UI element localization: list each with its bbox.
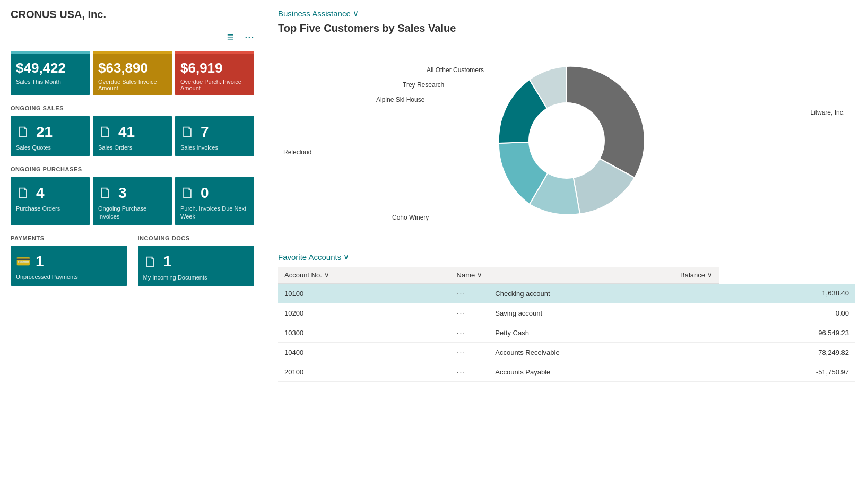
col-balance[interactable]: Balance ∨ [489, 267, 719, 284]
kpi-row: $49,422 Sales This Month $63,890 Overdue… [11, 51, 254, 95]
row-context-menu-button[interactable]: ··· [457, 348, 466, 356]
favorite-accounts-header[interactable]: Favorite Accounts ∨ [278, 252, 855, 262]
balance-cell: 0.00 [719, 303, 855, 323]
ellipsis-icon[interactable]: ··· [245, 30, 254, 44]
table-row[interactable]: 20100···Accounts Payable-51,750.97 [278, 362, 855, 382]
unprocessed-payments-tile[interactable]: 💳 1 Unprocessed Payments [11, 246, 127, 286]
sales-invoices-tile[interactable]: 🗋 7 Sales Invoices [175, 116, 254, 156]
doc-icon-2: 🗋 [98, 123, 113, 141]
label-litware: Litware, Inc. [810, 109, 845, 116]
account-no-cell: 10300 [278, 323, 450, 343]
account-no-cell: 20100 [278, 362, 450, 382]
balance-cell: -51,750.97 [719, 362, 855, 382]
purch-invoices-next-week-count: 0 [201, 185, 209, 202]
kpi-sales-this-month[interactable]: $49,422 Sales This Month [11, 51, 90, 95]
account-name-cell: Accounts Receivable [489, 343, 719, 362]
row-context-menu-button[interactable]: ··· [457, 328, 466, 337]
balance-cell: 78,249.82 [719, 343, 855, 362]
hamburger-icon[interactable]: ≡ [227, 30, 234, 44]
bottom-sections: PAYMENTS 💳 1 Unprocessed Payments INCOMI… [11, 235, 254, 296]
label-coho: Coho Winery [392, 214, 429, 221]
ongoing-purchases-label: ONGOING PURCHASES [11, 166, 254, 172]
table-header-row: Account No. ∨ Name ∨ Balance ∨ [278, 267, 855, 284]
row-context-menu-button[interactable]: ··· [457, 368, 466, 376]
sales-invoices-label: Sales Invoices [180, 144, 218, 151]
kpi-overdue-sales[interactable]: $63,890 Overdue Sales Invoice Amount [93, 51, 172, 95]
sales-quotes-label: Sales Quotes [16, 144, 51, 151]
account-name-cell: Accounts Payable [489, 362, 719, 382]
purch-invoices-next-week-tile[interactable]: 🗋 0 Purch. Invoices Due Next Week [175, 177, 254, 225]
unprocessed-payments-label: Unprocessed Payments [16, 273, 78, 281]
kpi-overdue-sales-label: Overdue Sales Invoice Amount [98, 79, 167, 91]
table-row[interactable]: 10300···Petty Cash96,549.23 [278, 323, 855, 343]
ongoing-sales-tiles: 🗋 21 Sales Quotes 🗋 41 Sales Orders 🗋 7 … [11, 116, 254, 156]
purchase-orders-tile[interactable]: 🗋 4 Purchase Orders [11, 177, 90, 225]
ongoing-purch-invoices-count: 3 [118, 185, 127, 202]
label-all-other: All Other Customers [427, 66, 484, 74]
table-row[interactable]: 10100···Checking account1,638.40 [278, 284, 855, 303]
business-assistance-header[interactable]: Business Assistance ∨ [278, 8, 855, 18]
incoming-docs-tiles: 🗋 1 My Incoming Documents [138, 246, 255, 286]
col-account-no[interactable]: Account No. ∨ [278, 267, 450, 284]
favorite-accounts-label: Favorite Accounts [278, 252, 341, 262]
my-incoming-docs-label: My Incoming Documents [143, 274, 207, 281]
kpi-overdue-purch-amount: $6,919 [180, 60, 249, 76]
toolbar: ≡ ··· [11, 30, 254, 44]
dots-cell[interactable]: ··· [450, 362, 489, 382]
purch-invoices-next-week-label: Purch. Invoices Due Next Week [180, 205, 249, 220]
kpi-overdue-purch-label: Overdue Purch. Invoice Amount [180, 79, 249, 91]
payment-icon: 💳 [16, 255, 30, 268]
chart-container: Litware, Inc. All Other Customers Trey R… [278, 45, 855, 236]
table-row[interactable]: 10200···Saving account0.00 [278, 303, 855, 323]
kpi-sales-label: Sales This Month [16, 79, 84, 85]
donut-chart [476, 50, 657, 231]
incoming-docs-section: INCOMING DOCS 🗋 1 My Incoming Documents [138, 235, 255, 296]
purchase-orders-label: Purchase Orders [16, 205, 60, 212]
dots-cell[interactable]: ··· [450, 323, 489, 343]
sales-orders-label: Sales Orders [98, 144, 132, 151]
account-no-cell: 10100 [278, 284, 450, 303]
payments-section: PAYMENTS 💳 1 Unprocessed Payments [11, 235, 127, 296]
row-context-menu-button[interactable]: ··· [457, 309, 466, 317]
company-title: CRONUS USA, Inc. [11, 8, 254, 25]
table-row[interactable]: 10400···Accounts Receivable78,249.82 [278, 343, 855, 362]
business-assistance-label: Business Assistance [278, 9, 351, 18]
sales-quotes-tile[interactable]: 🗋 21 Sales Quotes [11, 116, 90, 156]
row-context-menu-button[interactable]: ··· [457, 289, 466, 298]
ongoing-sales-label: ONGOING SALES [11, 105, 254, 111]
my-incoming-docs-count: 1 [163, 253, 172, 270]
label-trey: Trey Research [403, 81, 444, 89]
chart-title: Top Five Customers by Sales Value [278, 22, 855, 34]
sales-orders-tile[interactable]: 🗋 41 Sales Orders [93, 116, 172, 156]
my-incoming-docs-tile[interactable]: 🗋 1 My Incoming Documents [138, 246, 255, 286]
left-panel: CRONUS USA, Inc. ≡ ··· $49,422 Sales Thi… [0, 0, 265, 488]
kpi-overdue-purch[interactable]: $6,919 Overdue Purch. Invoice Amount [175, 51, 254, 95]
svg-point-0 [528, 102, 605, 179]
account-name-cell: Checking account [489, 284, 719, 303]
account-name-cell: Petty Cash [489, 323, 719, 343]
dots-cell[interactable]: ··· [450, 343, 489, 362]
sales-quotes-count: 21 [36, 124, 53, 141]
kpi-sales-amount: $49,422 [16, 60, 84, 76]
account-name-cell: Saving account [489, 303, 719, 323]
dots-cell[interactable]: ··· [450, 284, 489, 303]
incoming-doc-icon: 🗋 [143, 253, 158, 271]
kpi-overdue-sales-amount: $63,890 [98, 60, 167, 76]
doc-icon-4: 🗋 [16, 184, 31, 202]
doc-icon-5: 🗋 [98, 184, 113, 202]
ongoing-purch-invoices-tile[interactable]: 🗋 3 Ongoing Purchase Invoices [93, 177, 172, 225]
dots-cell[interactable]: ··· [450, 303, 489, 323]
doc-icon-3: 🗋 [180, 123, 195, 141]
balance-cell: 96,549.23 [719, 323, 855, 343]
favorite-accounts-chevron: ∨ [343, 252, 349, 262]
doc-icon-6: 🗋 [180, 184, 195, 202]
ongoing-purchases-tiles: 🗋 4 Purchase Orders 🗋 3 Ongoing Purchase… [11, 177, 254, 225]
doc-icon: 🗋 [16, 123, 31, 141]
label-relecloud: Relecloud [283, 149, 311, 156]
accounts-table: Account No. ∨ Name ∨ Balance ∨ [278, 267, 855, 382]
payments-tiles: 💳 1 Unprocessed Payments [11, 246, 127, 286]
right-panel: Business Assistance ∨ Top Five Customers… [265, 0, 868, 488]
ongoing-purch-invoices-label: Ongoing Purchase Invoices [98, 205, 167, 220]
sales-orders-count: 41 [118, 124, 135, 141]
col-name[interactable]: Name ∨ [450, 267, 489, 284]
